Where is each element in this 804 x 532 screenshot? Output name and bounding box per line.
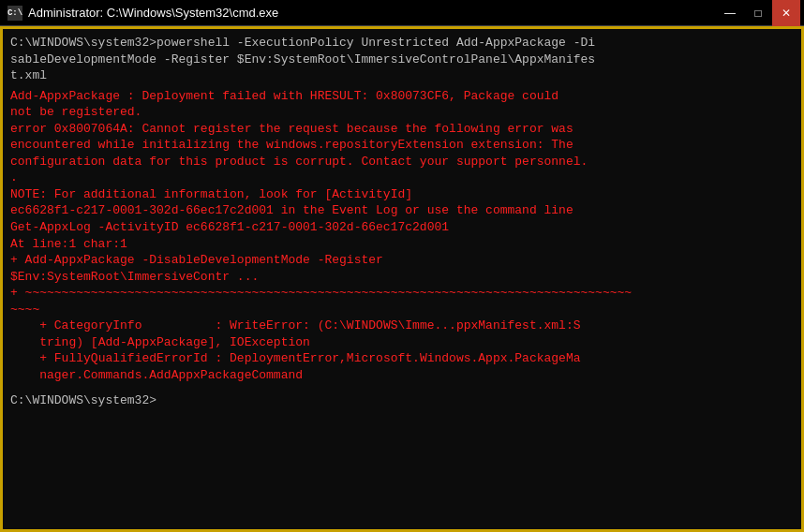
- window-border: C:\WINDOWS\system32>powershell -Executio…: [0, 26, 804, 532]
- window-controls: — □ ✕: [716, 0, 800, 26]
- spacer: [10, 383, 794, 387]
- error-line-1: Add-AppxPackage : Deployment failed with…: [10, 88, 794, 121]
- title-bar-left: C:\ Administrator: C:\Windows\System32\c…: [7, 6, 278, 21]
- error-line-2: error 0x8007064A: Cannot register the re…: [10, 121, 794, 170]
- terminal-content[interactable]: C:\WINDOWS\system32>powershell -Executio…: [3, 29, 801, 529]
- minimize-button[interactable]: —: [716, 0, 744, 26]
- error-dot: .: [10, 170, 794, 186]
- window-title: Administrator: C:\Windows\System32\cmd.e…: [28, 6, 278, 20]
- close-button[interactable]: ✕: [772, 0, 800, 26]
- prompt-line-2: C:\WINDOWS\system32>: [10, 392, 794, 409]
- error-note: NOTE: For additional information, look f…: [10, 186, 794, 318]
- prompt-line-1: C:\WINDOWS\system32>powershell -Executio…: [10, 35, 794, 84]
- title-bar: C:\ Administrator: C:\Windows\System32\c…: [0, 0, 804, 26]
- error-category: + CategoryInfo : WriteError: (C:\WINDOWS…: [10, 318, 794, 383]
- cmd-icon: C:\: [7, 6, 22, 21]
- maximize-button[interactable]: □: [744, 0, 772, 26]
